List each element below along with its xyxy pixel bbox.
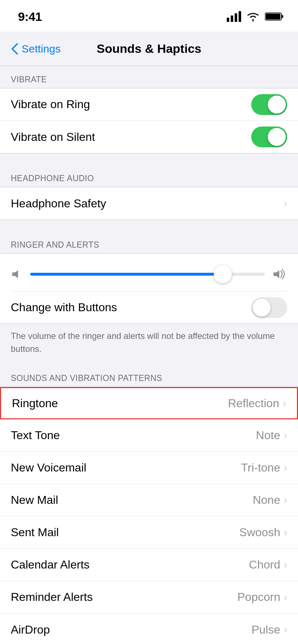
- airdrop-row[interactable]: AirDrop Pulse ›: [0, 613, 298, 644]
- vibrate-on-silent-row: Vibrate on Silent: [0, 121, 298, 153]
- change-with-buttons-label: Change with Buttons: [11, 301, 117, 314]
- new-voicemail-row[interactable]: New Voicemail Tri-tone ›: [0, 452, 298, 484]
- svg-rect-6: [266, 14, 280, 19]
- new-voicemail-value: Tri-tone ›: [241, 461, 287, 474]
- vibrate-on-silent-toggle[interactable]: [251, 126, 287, 147]
- sent-mail-chevron-icon: ›: [284, 527, 287, 538]
- vibrate-group: Vibrate on Ring Vibrate on Silent: [0, 88, 298, 153]
- headphone-safety-label: Headphone Safety: [11, 197, 106, 210]
- headphone-safety-row[interactable]: Headphone Safety ›: [0, 187, 298, 220]
- svg-rect-3: [239, 11, 241, 22]
- sent-mail-value-text: Swoosh: [239, 526, 280, 539]
- vibrate-on-ring-row: Vibrate on Ring: [0, 88, 298, 121]
- svg-rect-2: [235, 13, 237, 22]
- ringer-section: Change with Buttons: [0, 253, 298, 324]
- toggle-thumb: [268, 128, 286, 146]
- new-mail-value-text: None: [253, 493, 280, 507]
- text-tone-label: Text Tone: [11, 429, 60, 442]
- svg-rect-1: [231, 15, 233, 22]
- ringtone-chevron-icon: ›: [283, 397, 286, 409]
- svg-rect-5: [281, 15, 283, 18]
- airdrop-label: AirDrop: [11, 623, 50, 636]
- text-tone-value-text: Note: [256, 429, 280, 442]
- airdrop-value: Pulse ›: [252, 623, 287, 636]
- signal-icon: [227, 11, 241, 22]
- sent-mail-row[interactable]: Sent Mail Swoosh ›: [0, 516, 298, 549]
- svg-marker-7: [12, 270, 18, 278]
- change-with-buttons-row: Change with Buttons: [11, 291, 287, 323]
- vibrate-section-header: VIBRATE: [0, 66, 298, 88]
- svg-rect-0: [227, 18, 229, 22]
- volume-slider-track[interactable]: [30, 273, 265, 276]
- toggle-thumb: [253, 299, 271, 317]
- new-voicemail-value-text: Tri-tone: [241, 461, 280, 474]
- reminder-alerts-value-text: Popcorn: [237, 590, 280, 604]
- headphone-safety-chevron-icon: ›: [284, 198, 287, 209]
- wifi-icon: [246, 12, 260, 22]
- calendar-alerts-row[interactable]: Calendar Alerts Chord ›: [0, 549, 298, 581]
- svg-marker-8: [274, 270, 279, 278]
- ringer-section-header: RINGER AND ALERTS: [0, 231, 298, 253]
- change-with-buttons-toggle[interactable]: [251, 297, 287, 318]
- sounds-vibration-group: Ringtone Reflection › Text Tone Note › N…: [0, 387, 298, 644]
- text-tone-value: Note ›: [256, 429, 287, 442]
- ringtone-label: Ringtone: [12, 397, 58, 410]
- new-voicemail-chevron-icon: ›: [284, 462, 287, 474]
- vibrate-on-ring-label: Vibrate on Ring: [11, 98, 90, 111]
- new-mail-chevron-icon: ›: [284, 494, 287, 506]
- calendar-alerts-label: Calendar Alerts: [11, 558, 90, 571]
- vibrate-on-silent-label: Vibrate on Silent: [11, 130, 95, 144]
- sounds-vibration-header: SOUNDS AND VIBRATION PATTERNS: [0, 365, 298, 387]
- spacer-2: [0, 220, 298, 231]
- volume-slider-thumb[interactable]: [214, 265, 232, 283]
- reminder-alerts-chevron-icon: ›: [284, 592, 287, 603]
- battery-icon: [265, 12, 284, 21]
- status-time: 9:41: [18, 10, 42, 24]
- airdrop-value-text: Pulse: [252, 623, 280, 636]
- text-tone-chevron-icon: ›: [284, 430, 287, 441]
- reminder-alerts-label: Reminder Alerts: [11, 590, 93, 604]
- headphone-safety-value: ›: [284, 198, 287, 209]
- toggle-thumb: [268, 96, 286, 114]
- volume-hint: The volume of the ringer and alerts will…: [0, 324, 298, 365]
- calendar-alerts-value: Chord ›: [249, 558, 287, 571]
- calendar-alerts-chevron-icon: ›: [284, 559, 287, 571]
- ringtone-value: Reflection ›: [228, 397, 286, 410]
- reminder-alerts-row[interactable]: Reminder Alerts Popcorn ›: [0, 581, 298, 613]
- text-tone-row[interactable]: Text Tone Note ›: [0, 419, 298, 452]
- new-mail-value: None ›: [253, 493, 287, 507]
- status-bar: 9:41: [0, 0, 298, 32]
- reminder-alerts-value: Popcorn ›: [237, 590, 287, 604]
- volume-low-icon: [11, 268, 23, 280]
- nav-bar: Settings Sounds & Haptics: [0, 32, 298, 66]
- back-label: Settings: [22, 43, 60, 55]
- volume-high-icon: [272, 268, 287, 280]
- status-icons: [227, 11, 284, 22]
- calendar-alerts-value-text: Chord: [249, 558, 280, 571]
- volume-slider-fill: [30, 273, 223, 276]
- nav-title: Sounds & Haptics: [97, 42, 202, 56]
- volume-slider-row: [11, 264, 287, 291]
- ringtone-value-text: Reflection: [228, 397, 279, 410]
- headphone-group: Headphone Safety ›: [0, 187, 298, 220]
- new-mail-label: New Mail: [11, 493, 58, 507]
- headphone-section-header: HEADPHONE AUDIO: [0, 165, 298, 187]
- sent-mail-value: Swoosh ›: [239, 526, 287, 539]
- spacer-1: [0, 153, 298, 165]
- new-mail-row[interactable]: New Mail None ›: [0, 484, 298, 516]
- new-voicemail-label: New Voicemail: [11, 461, 86, 474]
- vibrate-on-ring-toggle[interactable]: [251, 94, 287, 115]
- back-chevron-icon: [11, 42, 19, 55]
- sent-mail-label: Sent Mail: [11, 526, 59, 539]
- back-button[interactable]: Settings: [11, 42, 60, 55]
- airdrop-chevron-icon: ›: [284, 624, 287, 635]
- ringtone-row[interactable]: Ringtone Reflection ›: [0, 387, 298, 419]
